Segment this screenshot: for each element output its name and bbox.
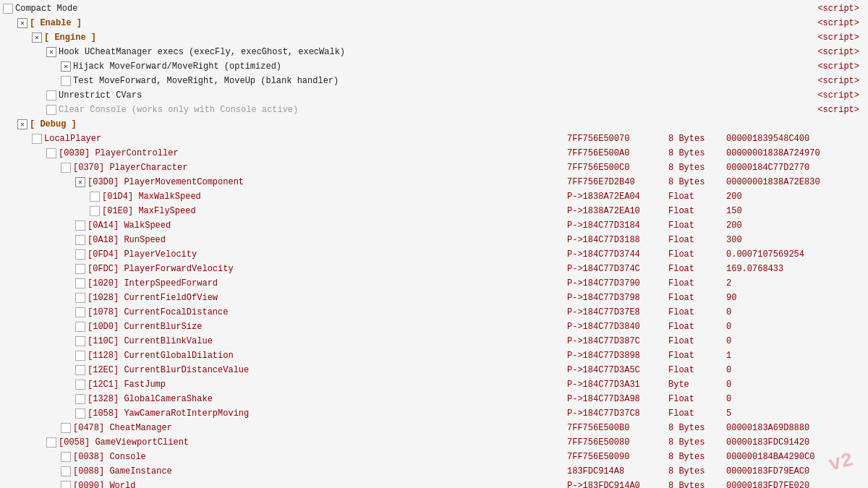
size-yaw-camera: Float bbox=[663, 408, 720, 419]
checkbox-current-fov[interactable] bbox=[75, 293, 85, 303]
checkbox-player-velocity[interactable] bbox=[75, 249, 85, 260]
checkbox-player-movement[interactable] bbox=[75, 177, 85, 187]
address-console: 7FF756E50090 bbox=[561, 452, 663, 462]
checkbox-current-blur-size[interactable] bbox=[75, 322, 85, 332]
row-current-focal[interactable]: [1078] CurrentFocalDistanceP->184C77D37E… bbox=[0, 305, 868, 320]
checkbox-game-viewport[interactable] bbox=[46, 437, 56, 448]
row-player-movement[interactable]: [03D0] PlayerMovementComponent7FF756E7D2… bbox=[0, 175, 868, 189]
checkbox-world[interactable] bbox=[61, 481, 71, 488]
address-run-speed: P->184C77D3188 bbox=[561, 235, 663, 245]
row-current-blur-size[interactable]: [10D0] CurrentBlurSizeP->184C77D3840Floa… bbox=[0, 320, 868, 334]
checkbox-debug[interactable] bbox=[17, 119, 27, 129]
value-run-speed: 300 bbox=[720, 235, 865, 245]
row-enable[interactable]: [ Enable ]<script> bbox=[0, 16, 868, 30]
checkbox-console[interactable] bbox=[61, 452, 71, 462]
script-unrestrict: <script> bbox=[817, 90, 865, 100]
size-max-fly-speed: Float bbox=[663, 206, 720, 216]
checkbox-local-player[interactable] bbox=[32, 134, 42, 144]
row-hijack-move[interactable]: Hijack MoveForward/MoveRight (optimized)… bbox=[0, 59, 868, 74]
size-max-walk-speed: Float bbox=[663, 192, 720, 202]
row-run-speed[interactable]: [0A18] RunSpeedP->184C77D3188Float300 bbox=[0, 233, 868, 247]
checkbox-clear-console[interactable] bbox=[46, 105, 56, 115]
row-current-fov[interactable]: [1028] CurrentFieldOfViewP->184C77D3798F… bbox=[0, 291, 868, 305]
checkbox-run-speed[interactable] bbox=[75, 235, 85, 245]
label-current-fov: [1028] CurrentFieldOfView bbox=[88, 293, 305, 303]
checkbox-current-blink[interactable] bbox=[75, 336, 85, 346]
row-current-blink[interactable]: [110C] CurrentBlinkValueP->184C77D387CFl… bbox=[0, 334, 868, 348]
checkbox-compact-mode[interactable] bbox=[3, 4, 13, 14]
label-player-controller: [0030] PlayerController bbox=[59, 148, 276, 158]
label-yaw-camera: [1058] YawCameraRotInterpMoving bbox=[88, 408, 305, 419]
value-local-player: 000001839548C400 bbox=[720, 134, 865, 144]
row-hook-ucheat[interactable]: Hook UCheatManager execs (execFly, execG… bbox=[0, 45, 868, 59]
row-yaw-camera[interactable]: [1058] YawCameraRotInterpMovingP->184C77… bbox=[0, 406, 868, 421]
checkbox-enable[interactable] bbox=[17, 18, 27, 28]
checkbox-walk-speed[interactable] bbox=[75, 221, 85, 231]
address-current-blur-size: P->184C77D3840 bbox=[561, 322, 663, 332]
value-max-walk-speed: 200 bbox=[720, 192, 865, 202]
row-game-instance[interactable]: [0088] GameInstance183FDC914A88 Bytes000… bbox=[0, 464, 868, 479]
checkbox-player-controller[interactable] bbox=[46, 148, 56, 158]
checkbox-yaw-camera[interactable] bbox=[75, 408, 85, 419]
value-console: 000000184BA4290C0 bbox=[720, 452, 865, 462]
checkbox-game-instance[interactable] bbox=[61, 466, 71, 476]
address-player-movement: 7FF756E7D2B40 bbox=[561, 177, 663, 187]
row-interp-speed[interactable]: [1020] InterpSpeedForwardP->184C77D3790F… bbox=[0, 276, 868, 291]
row-world[interactable]: [0090] WorldP->183FDC914A08 Bytes0000018… bbox=[0, 479, 868, 488]
row-global-camera-shake[interactable]: [1328] GlobalCameraShakeP->184C77D3A98Fl… bbox=[0, 392, 868, 406]
row-game-viewport[interactable]: [0058] GameViewportClient7FF756E500808 B… bbox=[0, 435, 868, 450]
size-player-controller: 8 Bytes bbox=[663, 148, 720, 158]
label-test-move: Test MoveForward, MoveRight, MoveUp (bla… bbox=[73, 76, 339, 86]
checkbox-hijack-move[interactable] bbox=[61, 61, 71, 72]
value-current-focal: 0 bbox=[720, 307, 865, 317]
checkbox-max-walk-speed[interactable] bbox=[90, 192, 100, 202]
label-fast-jump: [12C1] FastJump bbox=[88, 380, 305, 390]
value-game-instance: 00000183FD79EAC0 bbox=[720, 466, 865, 476]
checkbox-interp-speed[interactable] bbox=[75, 278, 85, 288]
label-run-speed: [0A18] RunSpeed bbox=[88, 235, 305, 245]
size-interp-speed: Float bbox=[663, 278, 720, 288]
checkbox-current-focal[interactable] bbox=[75, 307, 85, 317]
row-current-blur-dist[interactable]: [12EC] CurrentBlurDistanceValueP->184C77… bbox=[0, 363, 868, 377]
checkbox-global-camera-shake[interactable] bbox=[75, 394, 85, 404]
value-player-character: 00000184C77D2770 bbox=[720, 163, 865, 173]
checkbox-current-global-dil[interactable] bbox=[75, 351, 85, 361]
checkbox-unrestrict[interactable] bbox=[46, 90, 56, 100]
row-max-walk-speed[interactable]: [01D4] MaxWalkSpeedP->1838A72EA04Float20… bbox=[0, 189, 868, 204]
address-player-character: 7FF756E500C0 bbox=[561, 163, 663, 173]
label-hijack-move: Hijack MoveForward/MoveRight (optimized) bbox=[73, 61, 290, 72]
checkbox-current-blur-dist[interactable] bbox=[75, 365, 85, 375]
value-current-global-dil: 1 bbox=[720, 351, 865, 361]
size-world: 8 Bytes bbox=[663, 481, 720, 488]
checkbox-player-character[interactable] bbox=[61, 163, 71, 173]
row-max-fly-speed[interactable]: [01E0] MaxFlySpeedP->1838A72EA10Float150 bbox=[0, 204, 868, 218]
checkbox-test-move[interactable] bbox=[61, 76, 71, 86]
checkbox-hook-ucheat[interactable] bbox=[46, 47, 56, 57]
address-current-focal: P->184C77D37E8 bbox=[561, 307, 663, 317]
row-unrestrict[interactable]: Unrestrict CVars<script> bbox=[0, 88, 868, 103]
checkbox-cheat-manager[interactable] bbox=[61, 423, 71, 433]
row-current-global-dil[interactable]: [1128] CurrentGlobalDilationP->184C77D38… bbox=[0, 348, 868, 363]
checkbox-max-fly-speed[interactable] bbox=[90, 206, 100, 216]
row-player-forward-vel[interactable]: [0FDC] PlayerForwardVelocityP->184C77D37… bbox=[0, 262, 868, 276]
row-fast-jump[interactable]: [12C1] FastJumpP->184C77D3A31Byte0 bbox=[0, 377, 868, 392]
row-debug[interactable]: [ Debug ] bbox=[0, 117, 868, 132]
checkbox-fast-jump[interactable] bbox=[75, 380, 85, 390]
row-cheat-manager[interactable]: [0478] CheatManager7FF756E500B08 Bytes00… bbox=[0, 421, 868, 435]
row-player-character[interactable]: [0370] PlayerCharacter7FF756E500C08 Byte… bbox=[0, 160, 868, 175]
row-compact-mode[interactable]: Compact Mode<script> bbox=[0, 1, 868, 16]
row-test-move[interactable]: Test MoveForward, MoveRight, MoveUp (bla… bbox=[0, 74, 868, 88]
row-walk-speed[interactable]: [0A14] WalkSpeedP->184C77D3184Float200 bbox=[0, 218, 868, 233]
value-current-blur-dist: 0 bbox=[720, 365, 865, 375]
row-clear-console[interactable]: Clear Console (works only with Console a… bbox=[0, 103, 868, 117]
checkbox-player-forward-vel[interactable] bbox=[75, 264, 85, 274]
row-console[interactable]: [0038] Console7FF756E500908 Bytes0000001… bbox=[0, 450, 868, 464]
row-player-controller[interactable]: [0030] PlayerController7FF756E500A08 Byt… bbox=[0, 146, 868, 160]
row-player-velocity[interactable]: [0FD4] PlayerVelocityP->184C77D3744Float… bbox=[0, 247, 868, 262]
row-engine[interactable]: [ Engine ]<script> bbox=[0, 30, 868, 45]
label-max-walk-speed: [01D4] MaxWalkSpeed bbox=[102, 192, 319, 202]
label-local-player: LocalPlayer bbox=[44, 134, 261, 144]
row-local-player[interactable]: LocalPlayer7FF756E500708 Bytes0000018395… bbox=[0, 132, 868, 146]
checkbox-engine[interactable] bbox=[32, 33, 42, 43]
label-compact-mode: Compact Mode bbox=[15, 4, 232, 14]
